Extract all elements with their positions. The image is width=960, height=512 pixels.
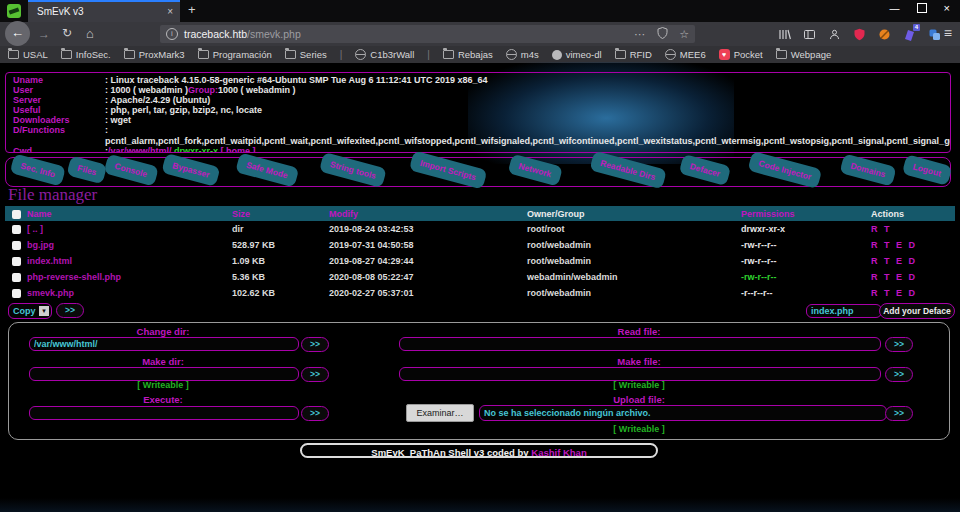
bookmark-vimeo-dl[interactable]: vimeo-dl bbox=[552, 49, 602, 60]
file-name-link[interactable]: [ .. ] bbox=[23, 224, 228, 234]
cwd-path-link[interactable]: /var/www/html/ bbox=[108, 146, 172, 153]
upload-file-field[interactable]: No se ha seleccionado ningún archivo. bbox=[479, 405, 887, 421]
file-name-link[interactable]: bg.jpg bbox=[23, 240, 228, 250]
sidebar-icon[interactable] bbox=[803, 28, 816, 41]
row-checkbox[interactable] bbox=[12, 273, 21, 282]
writeable-status: [ Writeable ] bbox=[29, 380, 297, 390]
info-row-dfunctions: D/Functions: bbox=[13, 125, 950, 135]
bookmark-rfid[interactable]: RFID bbox=[615, 49, 652, 60]
bookmark-rebajas[interactable]: Rebajas bbox=[443, 49, 493, 60]
titlebar: SmEvK v3 × + — × bbox=[0, 0, 960, 22]
folder-icon bbox=[615, 50, 626, 59]
row-actions[interactable]: R T bbox=[867, 224, 955, 234]
bookmark-webpage[interactable]: Webpage bbox=[776, 49, 832, 60]
row-actions[interactable]: R T E D bbox=[867, 288, 955, 298]
make-file-go-button[interactable]: >> bbox=[885, 367, 913, 382]
disabled-extension-icon[interactable] bbox=[878, 28, 891, 41]
bookmark-programacion[interactable]: Programación bbox=[198, 49, 272, 60]
menu-hamburger-icon[interactable]: ≡ bbox=[944, 25, 952, 41]
url-bar[interactable]: i traceback.htb /smevk.php ⋯ ☆ bbox=[160, 25, 695, 43]
execute-input[interactable] bbox=[29, 406, 299, 420]
url-path: /smevk.php bbox=[247, 28, 301, 40]
info-row-cwd: Cwd: /var/www/html/ drwxr-xr-x [ home ] bbox=[13, 146, 950, 153]
maximize-button[interactable] bbox=[917, 3, 927, 13]
new-tab-button[interactable]: + bbox=[188, 2, 196, 17]
page-actions-icon[interactable]: ⋯ bbox=[634, 28, 646, 41]
row-actions[interactable]: R T E D bbox=[867, 240, 955, 250]
background-glow-bottom bbox=[0, 498, 960, 512]
file-name-link[interactable]: php-reverse-shell.php bbox=[23, 272, 228, 282]
browser-tab[interactable]: SmEvK v3 × bbox=[28, 0, 180, 22]
profile-icon[interactable] bbox=[828, 28, 841, 41]
make-dir-input[interactable] bbox=[29, 367, 299, 381]
back-button[interactable]: ← bbox=[5, 21, 30, 46]
browse-file-button[interactable]: Examinar… bbox=[406, 404, 474, 422]
folder-icon bbox=[198, 50, 209, 59]
bookmark-series[interactable]: Series bbox=[285, 49, 327, 60]
upload-go-button[interactable]: >> bbox=[885, 406, 913, 421]
toolbar-extensions: 4 bbox=[778, 27, 941, 41]
bookmark-infosec[interactable]: InfoSec. bbox=[61, 49, 111, 60]
bookmark-proxmark3[interactable]: ProxMark3 bbox=[124, 49, 185, 60]
apply-action-button[interactable]: >> bbox=[56, 303, 84, 318]
file-name-link[interactable]: smevk.php bbox=[23, 288, 228, 298]
row-checkbox[interactable] bbox=[12, 241, 21, 250]
blue-extension-icon[interactable] bbox=[928, 28, 941, 41]
navigation-bar: ← → ↻ ⌂ i traceback.htb /smevk.php ⋯ ☆ bbox=[0, 22, 960, 46]
read-file-go-button[interactable]: >> bbox=[885, 337, 913, 352]
pocket-shield-icon[interactable] bbox=[657, 25, 668, 43]
row-checkbox[interactable] bbox=[12, 289, 21, 298]
author-link[interactable]: Kashif Khan bbox=[531, 447, 586, 458]
deface-filename-input[interactable] bbox=[806, 304, 882, 318]
bookmark-c1b3rwall[interactable]: C1b3rWall bbox=[355, 49, 414, 60]
add-deface-button[interactable]: Add your Deface bbox=[879, 303, 955, 319]
change-dir-input[interactable] bbox=[29, 337, 299, 351]
change-dir-go-button[interactable]: >> bbox=[301, 337, 329, 352]
adblock-shield-icon[interactable] bbox=[853, 28, 866, 41]
file-action-select[interactable]: Copy ▾ bbox=[8, 303, 52, 319]
extension-badge: 4 bbox=[913, 24, 920, 31]
select-all-checkbox[interactable] bbox=[12, 210, 21, 219]
read-file-label: Read file: bbox=[399, 326, 879, 337]
forward-button[interactable]: → bbox=[38, 27, 50, 41]
read-file-input[interactable] bbox=[399, 337, 881, 351]
cwd-permissions: drwxr-xr-x bbox=[172, 146, 221, 153]
row-checkbox[interactable] bbox=[12, 225, 21, 234]
writeable-status: [ Writeable ] bbox=[399, 424, 879, 434]
site-info-icon[interactable]: i bbox=[166, 28, 178, 40]
file-manager-table: Name Size Modify Owner/Group Permissions… bbox=[5, 206, 955, 301]
row-actions[interactable]: R T E D bbox=[867, 256, 955, 266]
writeable-status: [ Writeable ] bbox=[399, 380, 879, 390]
tab-close-icon[interactable]: × bbox=[167, 6, 173, 17]
table-row: bg.jpg 528.97 KB 2019-07-31 04:50:58 roo… bbox=[5, 237, 955, 253]
execute-label: Execute: bbox=[29, 394, 297, 405]
globe-icon bbox=[665, 49, 676, 60]
bookmark-m4s[interactable]: m4s bbox=[506, 49, 539, 60]
folder-icon bbox=[443, 50, 454, 59]
change-dir-label: Change dir: bbox=[29, 326, 297, 337]
make-dir-go-button[interactable]: >> bbox=[301, 367, 329, 382]
make-dir-label: Make dir: bbox=[29, 356, 297, 367]
bookmark-usal[interactable]: USAL bbox=[8, 49, 48, 60]
file-name-link[interactable]: index.html bbox=[23, 256, 228, 266]
make-file-label: Make file: bbox=[399, 356, 879, 367]
bookmark-pocket[interactable]: ♥Pocket bbox=[719, 49, 763, 60]
flag-extension-icon[interactable]: 4 bbox=[903, 28, 916, 41]
folder-icon bbox=[61, 50, 72, 59]
library-icon[interactable] bbox=[778, 28, 791, 41]
info-row-dfunctions-list: pcntl_alarm,pcntl_fork,pcntl_waitpid,pcn… bbox=[13, 136, 950, 146]
system-info-panel: Uname: Linux traceback 4.15.0-58-generic… bbox=[5, 72, 951, 153]
folder-icon bbox=[8, 50, 19, 59]
execute-go-button[interactable]: >> bbox=[301, 406, 329, 421]
minimize-button[interactable]: — bbox=[890, 3, 900, 14]
row-checkbox[interactable] bbox=[12, 257, 21, 266]
home-link[interactable]: [ home ] bbox=[221, 146, 256, 153]
row-actions[interactable]: R T E D bbox=[867, 272, 955, 282]
bookmark-star-icon[interactable]: ☆ bbox=[679, 28, 689, 41]
close-button[interactable]: × bbox=[944, 2, 950, 14]
home-button[interactable]: ⌂ bbox=[86, 26, 94, 41]
bookmark-mee6[interactable]: MEE6 bbox=[665, 49, 706, 60]
reload-button[interactable]: ↻ bbox=[62, 26, 72, 40]
make-file-input[interactable] bbox=[399, 367, 881, 381]
column-modify: Modify bbox=[325, 209, 523, 219]
